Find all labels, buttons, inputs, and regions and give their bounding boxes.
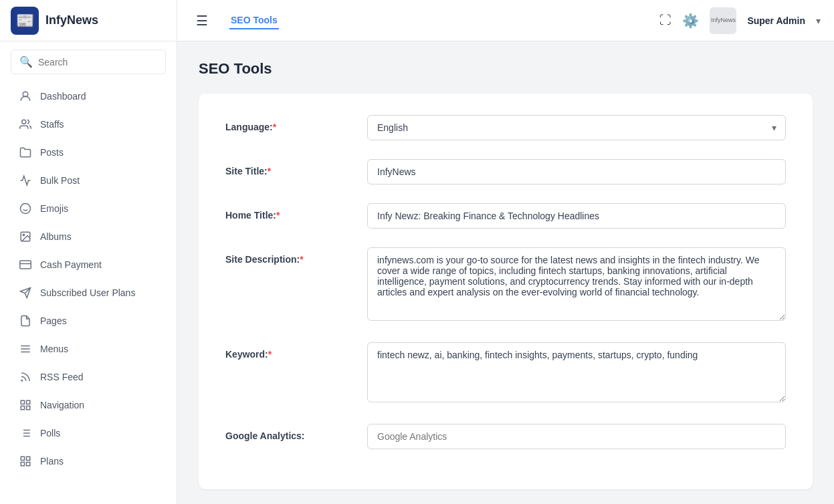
home-title-input[interactable]: [367, 203, 786, 229]
svg-point-6: [23, 234, 24, 235]
avatar: InfyNews: [710, 7, 736, 34]
subscribed-plans-icon: [19, 286, 32, 299]
seo-form-card: Language:* English ▾ Site Title:*: [199, 94, 813, 489]
sidebar-item-menus[interactable]: Menus: [5, 336, 171, 362]
dashboard-icon: [19, 90, 32, 103]
svg-rect-7: [20, 261, 31, 269]
sidebar-item-label: Posts: [40, 147, 64, 158]
svg-point-2: [21, 204, 31, 214]
sidebar-item-label: Dashboard: [40, 91, 86, 102]
svg-rect-27: [27, 463, 30, 466]
search-icon: 🔍: [19, 55, 33, 68]
google-analytics-row: Google Analytics:: [225, 424, 786, 449]
svg-rect-25: [21, 457, 24, 460]
site-title-input[interactable]: [367, 159, 786, 184]
albums-icon: [19, 230, 32, 243]
bulk-post-icon: [19, 174, 32, 187]
pages-icon: [19, 314, 32, 328]
sidebar-item-label: Subscribed User Plans: [40, 287, 135, 298]
home-title-label: Home Title:*: [225, 203, 346, 221]
sidebar-item-label: Plans: [40, 456, 64, 467]
home-title-row: Home Title:*: [225, 203, 786, 229]
menus-icon: [19, 342, 32, 356]
site-description-label: Site Description:*: [225, 247, 346, 265]
sidebar-item-staffs[interactable]: Staffs: [5, 111, 171, 138]
sidebar: 📰 InfyNews 🔍 Dashboard Staffs Posts Bulk…: [0, 0, 177, 504]
home-title-field: [367, 203, 786, 229]
sidebar-item-bulk-post[interactable]: Bulk Post: [5, 167, 171, 194]
site-title-field: [367, 159, 786, 184]
sidebar-item-label: Bulk Post: [40, 175, 80, 186]
sidebar-item-pages[interactable]: Pages: [5, 307, 171, 334]
topbar-right: ⛶ ⚙️ InfyNews Super Admin ▾: [659, 7, 821, 34]
site-description-textarea[interactable]: infynews.com is your go-to source for th…: [367, 247, 786, 321]
cash-payment-icon: [19, 258, 32, 271]
language-row: Language:* English ▾: [225, 115, 786, 140]
menu-toggle-button[interactable]: ☰: [191, 10, 213, 31]
sidebar-item-label: Cash Payment: [40, 259, 102, 270]
svg-rect-26: [27, 457, 30, 460]
sidebar-item-label: RSS Feed: [40, 372, 84, 382]
keyword-field: fintech newz, ai, banking, fintech insig…: [367, 342, 786, 405]
site-description-field: infynews.com is your go-to source for th…: [367, 247, 786, 324]
site-title-required: *: [268, 166, 271, 176]
sidebar-item-subscribed-user-plans[interactable]: Subscribed User Plans: [5, 279, 171, 306]
sidebar-item-albums[interactable]: Albums: [5, 223, 171, 250]
language-select[interactable]: English: [367, 115, 786, 140]
site-description-required: *: [300, 254, 303, 265]
brand-name: InfyNews: [45, 13, 98, 27]
sidebar-item-cash-payment[interactable]: Cash Payment: [5, 251, 171, 278]
main-wrapper: ☰ SEO Tools ⛶ ⚙️ InfyNews Super Admin ▾ …: [177, 0, 834, 504]
site-title-row: Site Title:*: [225, 159, 786, 184]
svg-rect-18: [21, 406, 24, 410]
google-analytics-label: Google Analytics:: [225, 424, 346, 441]
sidebar-item-label: Staffs: [40, 119, 64, 130]
search-input[interactable]: [38, 57, 157, 68]
svg-point-1: [22, 120, 26, 124]
svg-rect-28: [21, 463, 24, 466]
logo-emoji: 📰: [16, 12, 34, 29]
user-menu-chevron[interactable]: ▾: [816, 15, 821, 26]
fullscreen-icon[interactable]: ⛶: [659, 13, 671, 27]
google-analytics-input[interactable]: [367, 424, 786, 449]
staffs-icon: [19, 118, 32, 131]
site-title-label: Site Title:*: [225, 159, 346, 176]
language-label: Language:*: [225, 115, 346, 132]
keyword-row: Keyword:* fintech newz, ai, banking, fin…: [225, 342, 786, 405]
sidebar-item-label: Navigation: [40, 400, 84, 410]
user-name: Super Admin: [747, 15, 805, 26]
site-description-row: Site Description:* infynews.com is your …: [225, 247, 786, 324]
sidebar-item-posts[interactable]: Posts: [5, 139, 171, 166]
current-tab-label[interactable]: SEO Tools: [229, 12, 279, 29]
sidebar-item-label: Polls: [40, 428, 60, 438]
svg-point-14: [21, 380, 23, 382]
sidebar-item-label: Menus: [40, 344, 68, 354]
sidebar-item-dashboard[interactable]: Dashboard: [5, 83, 171, 110]
sidebar-item-label: Albums: [40, 231, 72, 242]
search-container: 🔍: [0, 41, 177, 82]
keyword-required: *: [268, 349, 272, 360]
language-select-wrapper: English ▾: [367, 115, 786, 140]
rss-feed-icon: [19, 370, 32, 384]
sidebar-item-rss-feed[interactable]: RSS Feed: [5, 364, 171, 390]
sidebar-item-plans[interactable]: Plans: [5, 448, 171, 475]
language-required: *: [273, 122, 276, 132]
navigation-icon: [19, 398, 32, 412]
language-field: English ▾: [367, 115, 786, 140]
sidebar-item-navigation[interactable]: Navigation: [5, 392, 171, 418]
sidebar-item-polls[interactable]: Polls: [5, 420, 171, 447]
svg-rect-15: [21, 400, 24, 404]
keyword-textarea[interactable]: fintech newz, ai, banking, fintech insig…: [367, 342, 786, 402]
topbar: ☰ SEO Tools ⛶ ⚙️ InfyNews Super Admin ▾: [177, 0, 834, 41]
keyword-label: Keyword:*: [225, 342, 346, 360]
logo-icon: 📰: [11, 7, 39, 35]
sidebar-header: 📰 InfyNews: [0, 0, 177, 41]
svg-rect-16: [27, 400, 30, 404]
search-box: 🔍: [11, 49, 166, 74]
settings-icon[interactable]: ⚙️: [682, 13, 699, 29]
plans-icon: [19, 455, 32, 468]
sidebar-item-label: Pages: [40, 316, 67, 326]
sidebar-item-emojis[interactable]: Emojis: [5, 195, 171, 222]
google-analytics-field: [367, 424, 786, 449]
emojis-icon: [19, 202, 32, 215]
